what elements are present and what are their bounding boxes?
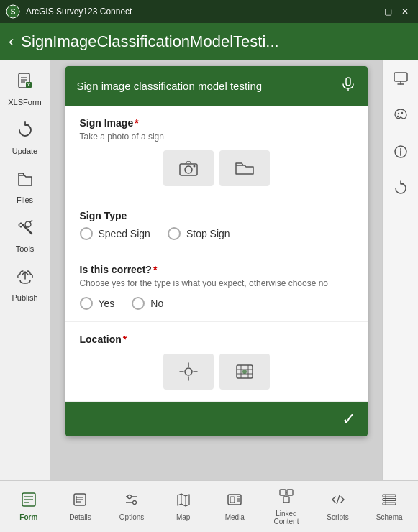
svg-point-27 <box>401 112 402 114</box>
svg-rect-58 <box>383 495 396 497</box>
right-panel <box>382 60 418 480</box>
survey-title: SignImageClassificationModelTesti... <box>21 32 409 51</box>
map-tab-label: Map <box>176 513 190 521</box>
details-tab-icon <box>72 492 88 511</box>
sidebar-item-files[interactable]: Files <box>4 164 47 210</box>
tab-scripts[interactable]: Scripts <box>320 487 356 526</box>
radio-stop-label: Stop Sign <box>186 228 230 239</box>
sign-image-label: Sign Image* <box>80 117 353 129</box>
sidebar-item-tools[interactable]: Tools <box>4 213 47 259</box>
radio-yes-circle <box>80 297 93 310</box>
app-title: ArcGIS Survey123 Connect <box>26 6 358 17</box>
tab-media[interactable]: Media <box>217 487 253 526</box>
location-button-group <box>80 354 353 390</box>
title-bar: S ArcGIS Survey123 Connect – ▢ ✕ <box>0 0 418 23</box>
svg-rect-60 <box>383 503 396 505</box>
files-label: Files <box>17 196 33 204</box>
xlsform-icon: X <box>16 72 35 95</box>
svg-text:S: S <box>11 8 16 16</box>
svg-point-42 <box>128 495 132 499</box>
submit-checkmark[interactable]: ✓ <box>342 409 356 429</box>
svg-point-31 <box>400 148 401 150</box>
refresh-icon[interactable] <box>389 176 413 204</box>
nav-bar: ‹ SignImageClassificationModelTesti... <box>0 23 418 60</box>
survey-preview: Sign image classification model testing … <box>50 60 382 480</box>
maximize-button[interactable]: ▢ <box>381 4 395 19</box>
tab-linked-content[interactable]: LinkedContent <box>268 484 304 530</box>
monitor-icon[interactable] <box>389 66 413 94</box>
scripts-tab-label: Scripts <box>327 513 349 521</box>
location-label: Location* <box>80 334 353 345</box>
survey-body: Sign Image* Take a photo of a sign <box>65 106 368 402</box>
palette-icon[interactable] <box>389 103 413 131</box>
location-section: Location* <box>65 322 368 402</box>
svg-point-16 <box>185 368 192 375</box>
close-button[interactable]: ✕ <box>398 4 412 19</box>
svg-text:X: X <box>27 83 29 87</box>
sidebar-item-xlsform[interactable]: X XLSForm <box>4 66 47 112</box>
yes-no-radio-group: Yes No <box>80 297 353 310</box>
radio-no-circle <box>132 297 145 310</box>
sign-type-label: Sign Type <box>80 210 353 221</box>
xlsform-label: XLSForm <box>8 98 41 106</box>
survey-footer: ✓ <box>65 402 368 436</box>
svg-point-26 <box>397 113 399 114</box>
radio-no-label: No <box>150 298 163 309</box>
info-icon[interactable] <box>389 139 413 168</box>
svg-rect-11 <box>346 78 350 86</box>
radio-speed-sign[interactable]: Speed Sign <box>80 227 150 240</box>
map-button[interactable] <box>219 354 270 390</box>
survey-audio-icon <box>340 76 356 96</box>
svg-line-57 <box>337 495 340 504</box>
app-logo-icon: S <box>6 4 20 19</box>
tab-options[interactable]: Options <box>114 487 150 526</box>
tools-icon <box>16 219 35 242</box>
sidebar-item-publish[interactable]: Publish <box>4 262 47 308</box>
svg-point-9 <box>25 221 31 227</box>
main-area: X XLSForm Update Files <box>0 60 418 480</box>
svg-point-15 <box>193 165 195 168</box>
tab-form[interactable]: Form <box>11 487 47 526</box>
radio-stop-sign[interactable]: Stop Sign <box>168 227 230 240</box>
media-tab-label: Media <box>225 513 245 521</box>
svg-point-14 <box>185 166 192 173</box>
schema-tab-icon <box>381 492 397 511</box>
is-correct-hint: Choose yes for the type is what you expe… <box>80 278 353 288</box>
folder-button[interactable] <box>219 150 270 186</box>
sign-image-hint: Take a photo of a sign <box>80 132 353 142</box>
options-tab-icon <box>124 492 140 511</box>
is-correct-section: Is this correct?* Choose yes for the typ… <box>65 252 368 322</box>
tab-details[interactable]: Details <box>62 487 98 526</box>
is-correct-label: Is this correct?* <box>80 264 353 275</box>
media-tab-icon <box>227 492 242 511</box>
camera-button[interactable] <box>163 150 214 186</box>
window-controls: – ▢ ✕ <box>363 4 412 19</box>
linked-content-tab-label: LinkedContent <box>273 510 299 526</box>
scripts-tab-icon <box>330 492 346 511</box>
svg-point-44 <box>133 501 137 505</box>
sign-type-radio-group: Speed Sign Stop Sign <box>80 227 353 240</box>
options-tab-label: Options <box>119 513 144 521</box>
image-button-group <box>80 150 353 186</box>
publish-icon <box>16 267 35 290</box>
sidebar-item-update[interactable]: Update <box>4 115 47 161</box>
update-label: Update <box>12 147 37 155</box>
svg-rect-54 <box>283 497 289 503</box>
tab-schema[interactable]: Schema <box>371 487 407 526</box>
back-button[interactable]: ‹ <box>9 34 14 50</box>
schema-tab-label: Schema <box>376 513 403 521</box>
gps-button[interactable] <box>163 354 214 390</box>
files-icon <box>16 170 35 193</box>
tab-map[interactable]: Map <box>165 487 201 526</box>
svg-rect-59 <box>383 499 396 501</box>
form-tab-icon <box>21 492 37 511</box>
svg-point-28 <box>396 116 398 117</box>
sidebar: X XLSForm Update Files <box>0 60 50 480</box>
radio-yes[interactable]: Yes <box>80 297 115 310</box>
minimize-button[interactable]: – <box>363 4 378 19</box>
publish-label: Publish <box>12 293 37 302</box>
svg-rect-23 <box>394 73 407 81</box>
survey-card: Sign image classification model testing … <box>65 66 368 436</box>
map-tab-icon <box>176 492 191 511</box>
radio-no[interactable]: No <box>132 297 163 310</box>
